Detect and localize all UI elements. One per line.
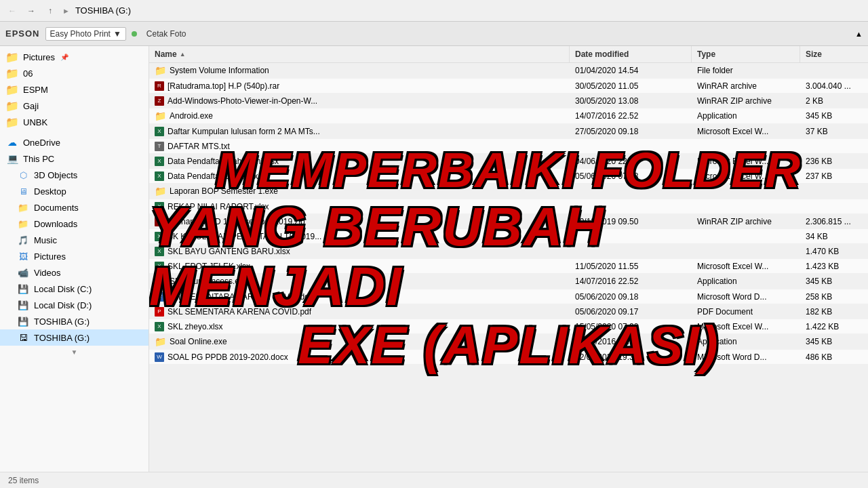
file-name: Daftar Kumpulan lulusan form 2 MA MTs...	[167, 127, 320, 136]
file-size-cell: 2 KB	[800, 94, 868, 108]
zip-icon: Z	[155, 96, 164, 106]
sidebar-item-desktop[interactable]: 🖥 Desktop	[0, 183, 149, 199]
file-type-cell	[692, 199, 800, 214]
sidebar-item-06[interactable]: 📁 06	[0, 65, 149, 81]
file-name: DAFTAR MTS.txt	[167, 142, 230, 151]
file-date: 30/05/2020 11.05	[575, 81, 638, 91]
cetak-foto-button[interactable]: Cetak Foto	[142, 28, 191, 40]
sidebar-label-desktop: Desktop	[34, 186, 66, 197]
file-date: 27/05/2020 09.18	[575, 127, 638, 136]
table-row[interactable]: R [Ratudrama.top] H.P (540p).rar 30/05/2…	[149, 79, 868, 94]
file-list: 📁 System Volume Information 01/04/2020 1…	[149, 63, 868, 472]
file-type: Microsoft Excel W...	[697, 127, 768, 136]
table-row[interactable]: X SKL zheyo.xlsx 15/05/2020 07.20 Micros…	[149, 319, 868, 334]
file-name-cell: R [Ratudrama.top] H.P (540p).rar	[149, 79, 570, 93]
sidebar-item-this-pc[interactable]: 💻 This PC	[0, 150, 149, 167]
sidebar-item-local-d[interactable]: 💾 Local Disk (D:)	[0, 297, 149, 313]
sidebar-item-3d-objects[interactable]: ⬡ 3D Objects	[0, 167, 149, 183]
file-type-cell: File folder	[692, 63, 800, 78]
file-type: WinRAR ZIP archive	[697, 217, 772, 226]
back-button[interactable]: ←	[5, 4, 19, 18]
table-row[interactable]: 📁 Laporan BOP Semester 1.exe	[149, 184, 868, 199]
sidebar-scroll-down[interactable]: ▼	[0, 346, 149, 359]
table-row[interactable]: X REKAP NILAI RAPORT.xlsx	[149, 199, 868, 214]
folder-icon: 📁	[5, 67, 19, 80]
sidebar-label-local-c: Local Disk (C:)	[34, 284, 92, 294]
sidebar-item-toshiba-g-selected[interactable]: 🖫 TOSHIBA (G:)	[0, 329, 149, 346]
table-row[interactable]: 📁 Soal Online.exe 14/07/2016 22.52 Appli…	[149, 334, 868, 350]
forward-button[interactable]: →	[24, 4, 38, 18]
dropdown-icon: ▼	[113, 29, 121, 39]
table-row[interactable]: X Data Pendaftar Olah.xlsx 05/06/2020 07…	[149, 169, 868, 184]
file-name-cell: X SKL zheyo.xlsx	[149, 319, 570, 333]
sidebar-item-music[interactable]: 🎵 Music	[0, 232, 149, 248]
videos-icon: 📹	[16, 267, 30, 278]
sidebar-label-local-d: Local Disk (D:)	[34, 300, 92, 310]
sidebar-label-unbk: UNBK	[23, 117, 47, 127]
table-row[interactable]: 📁 SKL Muri Oncess.exe 14/07/2016 22.52 A…	[149, 274, 868, 289]
file-date: 14/07/2016 22.52	[575, 337, 638, 346]
table-row[interactable]: Z Add-Windows-Photo-Viewer-in-Open-W... …	[149, 94, 868, 108]
col-type[interactable]: Type	[692, 46, 800, 62]
exe-folder-icon: 📁	[155, 276, 166, 287]
sidebar-label-pictures2: Pictures	[34, 251, 66, 262]
file-date-cell: 14/07/2016 22.52	[570, 334, 692, 349]
col-size[interactable]: Size	[800, 46, 868, 62]
file-size: 34 KB	[806, 232, 828, 241]
file-date-cell	[570, 199, 692, 214]
table-row[interactable]: P SKL SEMENTARA KARENA COVID.pdf 05/06/2…	[149, 304, 868, 319]
col-date[interactable]: Date modified	[570, 46, 692, 62]
sidebar-item-gaji[interactable]: 📁 Gaji	[0, 98, 149, 114]
breadcrumb-separator: ►	[62, 7, 70, 15]
file-type-cell: Application	[692, 334, 800, 349]
table-row[interactable]: X Data Pendaftar Olah Edmi.xlsx 04/06/20…	[149, 154, 868, 169]
main-layout: 📁 Pictures 📌 📁 06 📁 ESPM 📁 Gaji 📁 UNBK ☁…	[0, 46, 868, 472]
table-row[interactable]: X SKL BAYU GANTENG BARU.xlsx 1.470 KB	[149, 244, 868, 259]
file-size-cell	[800, 184, 868, 199]
file-size: 236 KB	[806, 157, 832, 166]
sidebar-item-documents[interactable]: 📁 Documents	[0, 199, 149, 216]
title-bar: ← → ↑ ► TOSHIBA (G:)	[0, 0, 868, 22]
table-row[interactable]: T DAFTAR MTS.txt	[149, 139, 868, 154]
docx-icon: W	[155, 352, 164, 362]
table-row[interactable]: X SKL EPOT JELEK.xlsx 11/05/2020 11.55 M…	[149, 259, 868, 274]
pictures-icon: 🖼	[16, 251, 30, 262]
sidebar-item-pictures2[interactable]: 🖼 Pictures	[0, 248, 149, 264]
sidebar-item-videos[interactable]: 📹 Videos	[0, 264, 149, 281]
xlsx-icon: X	[155, 157, 164, 166]
docx-icon: W	[155, 292, 164, 302]
file-size: 345 KB	[806, 337, 832, 346]
sidebar-item-pictures[interactable]: 📁 Pictures 📌	[0, 49, 149, 65]
file-name-cell: W SKL SEMENTARA KARENA COVID.docx	[149, 289, 570, 304]
file-type-cell: Microsoft Excel W...	[692, 169, 800, 183]
easy-photo-print-button[interactable]: Easy Photo Print ▼	[45, 27, 126, 41]
table-row[interactable]: Z Salinan2_ARD 16 Desember 2019.zip 19/1…	[149, 214, 868, 229]
scroll-up-button[interactable]: ▲	[855, 30, 863, 38]
sidebar-item-espm[interactable]: 📁 ESPM	[0, 81, 149, 98]
sidebar-label-documents: Documents	[34, 203, 79, 213]
sidebar-item-downloads[interactable]: 📁 Downloads	[0, 216, 149, 232]
up-button[interactable]: ↑	[43, 4, 57, 18]
file-name: Laporan BOP Semester 1.exe	[170, 186, 278, 196]
table-row[interactable]: X Daftar Kumpulan lulusan form 2 MA MTs.…	[149, 124, 868, 139]
col-name[interactable]: Name ▲	[149, 46, 570, 62]
file-name-cell: 📁 System Volume Information	[149, 63, 570, 78]
file-name: Add-Windows-Photo-Viewer-in-Open-W...	[167, 96, 317, 106]
table-row[interactable]: W SOAL PG PPDB 2019-2020.docx 02/06/2020…	[149, 350, 868, 365]
sidebar-item-unbk[interactable]: 📁 UNBK	[0, 114, 149, 130]
table-row[interactable]: 📁 System Volume Information 01/04/2020 1…	[149, 63, 868, 79]
epson-logo: EPSON	[5, 28, 40, 39]
table-row[interactable]: W SKL SEMENTARA KARENA COVID.docx 05/06/…	[149, 289, 868, 304]
file-date-cell	[570, 244, 692, 258]
table-row[interactable]: 📁 Android.exe 14/07/2016 22.52 Applicati…	[149, 108, 868, 124]
sidebar-item-onedrive[interactable]: ☁ OneDrive	[0, 134, 149, 150]
file-type: Microsoft Excel W...	[697, 157, 768, 166]
folder-icon: 📁	[5, 100, 19, 113]
sidebar-item-local-c[interactable]: 💾 Local Disk (C:)	[0, 281, 149, 297]
file-size-cell: 1.423 KB	[800, 259, 868, 273]
folder-icon: 📁	[5, 83, 19, 96]
sidebar-label-pictures: Pictures	[23, 52, 55, 62]
table-row[interactable]: X SK KELULUSAN PESERTA UN TP 2019... 34 …	[149, 229, 868, 244]
file-date-cell: 05/06/2020 09.17	[570, 304, 692, 319]
sidebar-item-toshiba-g[interactable]: 💾 TOSHIBA (G:)	[0, 313, 149, 329]
